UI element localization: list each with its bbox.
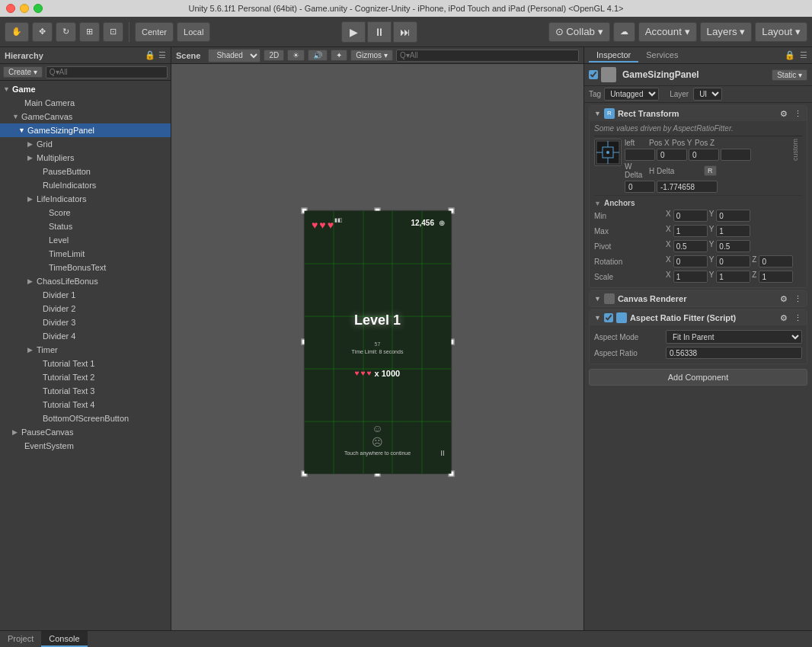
anchors-collapse[interactable]: ▼	[594, 200, 601, 207]
aspect-ratio-value[interactable]: 0.56338	[666, 347, 802, 359]
aspect-mode-select[interactable]: Fit In Parent	[666, 330, 802, 344]
tree-item-score[interactable]: Score	[0, 206, 171, 219]
tab-inspector[interactable]: Inspector	[589, 49, 638, 62]
rotate-tool-button[interactable]: ↻	[56, 22, 76, 42]
fx-button[interactable]: ✦	[331, 50, 347, 61]
canvas-renderer-header[interactable]: ▼ Canvas Renderer ⚙ ⋮	[590, 291, 807, 306]
collab-button[interactable]: ⊙ Collab ▾	[548, 22, 610, 42]
move-tool-button[interactable]: ✥	[32, 22, 53, 42]
scene-view[interactable]: ♥ ♥ ♥ 12,456 ⊕ ▮◧ Level 1 57 Time Limit:…	[171, 64, 583, 630]
menu-icon[interactable]: ☰	[800, 50, 807, 60]
component-options-icon[interactable]: ⋮	[794, 109, 802, 119]
tab-console[interactable]: Console	[41, 631, 87, 647]
canvas-menu-icon[interactable]: ⚙	[780, 294, 788, 304]
account-button[interactable]: Account ▾	[638, 22, 697, 42]
min-x-val[interactable]: 0	[673, 210, 708, 222]
posx-value[interactable]: 0	[657, 149, 687, 161]
audio-button[interactable]: 🔊	[308, 50, 328, 61]
r-button[interactable]: R	[704, 165, 717, 176]
minimize-button[interactable]	[20, 4, 29, 13]
max-y-val[interactable]: 1	[716, 225, 750, 237]
tree-item-tuttext2[interactable]: Tutorial Text 2	[0, 370, 171, 384]
posy-value[interactable]: 0	[689, 149, 719, 161]
lighting-button[interactable]: ☀	[287, 50, 305, 61]
wdelta-value[interactable]: 0	[625, 181, 655, 193]
component-menu-icon[interactable]: ⚙	[780, 109, 788, 119]
lock-icon[interactable]: 🔒	[145, 50, 155, 60]
cloud-button[interactable]: ☁	[613, 22, 635, 42]
scale-z-val[interactable]: 1	[759, 271, 793, 283]
left-value[interactable]	[625, 149, 655, 161]
scene-search[interactable]	[396, 50, 579, 62]
aspect-fitter-header[interactable]: ▼ Aspect Ratio Fitter (Script) ⚙ ⋮	[590, 310, 807, 325]
tree-item-divider1[interactable]: Divider 1	[0, 288, 171, 302]
static-button[interactable]: Static ▾	[772, 69, 807, 81]
tree-item-status[interactable]: Status	[0, 219, 171, 233]
tree-item-lifeindicators[interactable]: ▶ LifeIndicators	[0, 192, 171, 206]
lock-icon[interactable]: 🔒	[785, 50, 795, 60]
tag-select[interactable]: Untagged	[604, 88, 659, 101]
scale-y-val[interactable]: 1	[716, 271, 750, 283]
tree-item-game[interactable]: ▼ Game	[0, 82, 171, 96]
min-y-val[interactable]: 0	[716, 210, 750, 222]
scale-tool-button[interactable]: ⊞	[79, 22, 100, 42]
scale-x-val[interactable]: 1	[673, 271, 708, 283]
center-button[interactable]: Center	[135, 22, 174, 42]
tree-item-ruleindicators[interactable]: RuleIndicators	[0, 178, 171, 192]
aspect-options-icon[interactable]: ⋮	[794, 313, 802, 323]
menu-icon[interactable]: ☰	[158, 50, 166, 60]
tab-services[interactable]: Services	[638, 49, 686, 62]
maximize-button[interactable]	[34, 4, 43, 13]
layer-select[interactable]: UI	[693, 88, 722, 101]
tree-item-level[interactable]: Level	[0, 233, 171, 247]
play-button[interactable]: ▶	[341, 21, 366, 43]
tree-item-eventsystem[interactable]: EventSystem	[0, 439, 171, 453]
layers-button[interactable]: Layers ▾	[700, 22, 753, 42]
tree-item-tuttext3[interactable]: Tutorial Text 3	[0, 384, 171, 398]
tree-item-tuttext4[interactable]: Tutorial Text 4	[0, 398, 171, 412]
tree-item-gamesizingpanel[interactable]: ▼ GameSizingPanel	[0, 123, 171, 137]
tree-item-timebonustext[interactable]: TimeBonusText	[0, 261, 171, 274]
aspect-checkbox[interactable]	[604, 313, 613, 322]
pivot-y-val[interactable]: 0.5	[716, 240, 750, 252]
tree-item-bottombutton[interactable]: BottomOfScreenButton	[0, 412, 171, 425]
hdelta-value[interactable]: -1.774658	[657, 181, 718, 193]
max-x-val[interactable]: 1	[673, 225, 708, 237]
rot-z-val[interactable]: 0	[759, 255, 793, 267]
canvas-options-icon[interactable]: ⋮	[794, 294, 802, 304]
2d-button[interactable]: 2D	[264, 50, 284, 61]
gizmos-button[interactable]: Gizmos ▾	[350, 50, 393, 61]
aspect-menu-icon[interactable]: ⚙	[780, 313, 788, 323]
layout-button[interactable]: Layout ▾	[755, 22, 807, 42]
create-button[interactable]: Create ▾	[3, 66, 43, 78]
local-button[interactable]: Local	[177, 22, 210, 42]
tree-item-timelimit[interactable]: TimeLimit	[0, 247, 171, 261]
rot-y-val[interactable]: 0	[716, 255, 750, 267]
tree-item-tuttext1[interactable]: Tutorial Text 1	[0, 357, 171, 370]
hand-tool-button[interactable]: ✋	[5, 22, 29, 42]
tab-project[interactable]: Project	[0, 631, 41, 647]
tree-item-timer[interactable]: ▶ Timer	[0, 343, 171, 357]
close-button[interactable]	[6, 4, 15, 13]
tree-item-multipliers[interactable]: ▶ Multipliers	[0, 151, 171, 165]
rot-x-val[interactable]: 0	[673, 255, 708, 267]
tree-item-pausecanvas[interactable]: ▶ PauseCanvas	[0, 425, 171, 439]
tree-item-pausebutton[interactable]: PauseButton	[0, 165, 171, 178]
hierarchy-search[interactable]	[46, 66, 168, 78]
tree-item-divider4[interactable]: Divider 4	[0, 329, 171, 343]
pause-button[interactable]: ⏸	[367, 21, 392, 43]
step-button[interactable]: ⏭	[393, 21, 417, 43]
tree-item-chaoslifebonus[interactable]: ▶ ChaosLifeBonus	[0, 274, 171, 288]
add-component-button[interactable]: Add Component	[589, 369, 807, 386]
tree-item-divider2[interactable]: Divider 2	[0, 302, 171, 315]
tree-item-divider3[interactable]: Divider 3	[0, 315, 171, 329]
rect-tool-button[interactable]: ⊡	[103, 22, 123, 42]
anchors-diagram[interactable]	[594, 139, 622, 166]
pivot-x-val[interactable]: 0.5	[673, 240, 708, 252]
rect-transform-header[interactable]: ▼ R Rect Transform ⚙ ⋮	[590, 106, 807, 121]
tree-item-grid[interactable]: ▶ Grid	[0, 137, 171, 151]
tree-item-gamecanvas[interactable]: ▼ GameCanvas	[0, 110, 171, 123]
shaded-select[interactable]: Shaded	[208, 49, 261, 62]
tree-item-maincamera[interactable]: Main Camera	[0, 96, 171, 110]
active-checkbox[interactable]	[589, 70, 598, 79]
